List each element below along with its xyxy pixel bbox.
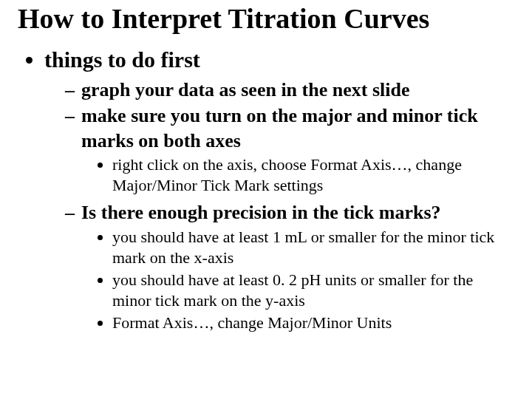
list-item: Is there enough precision in the tick ma… bbox=[65, 200, 514, 333]
level1-text: things to do first bbox=[44, 47, 200, 72]
level3-text: right click on the axis, choose Format A… bbox=[112, 155, 462, 194]
level2-text: Is there enough precision in the tick ma… bbox=[81, 202, 441, 223]
level3-text: Format Axis…, change Major/Minor Units bbox=[112, 313, 392, 332]
slide-title: How to Interpret Titration Curves bbox=[18, 3, 514, 35]
list-item: you should have at least 1 mL or smaller… bbox=[112, 227, 514, 268]
level2-text: graph your data as seen in the next slid… bbox=[81, 79, 409, 100]
bullet-list-level3: right click on the axis, choose Format A… bbox=[81, 154, 514, 196]
list-item: right click on the axis, choose Format A… bbox=[112, 154, 514, 196]
level3-text: you should have at least 1 mL or smaller… bbox=[112, 228, 494, 267]
list-item: graph your data as seen in the next slid… bbox=[65, 78, 514, 102]
list-item: Format Axis…, change Major/Minor Units bbox=[112, 313, 514, 333]
bullet-list-level2: graph your data as seen in the next slid… bbox=[44, 78, 514, 333]
list-item: make sure you turn on the major and mino… bbox=[65, 103, 514, 196]
level3-text: you should have at least 0. 2 pH units o… bbox=[112, 270, 473, 310]
level2-text: make sure you turn on the major and mino… bbox=[81, 105, 478, 151]
list-item: you should have at least 0. 2 pH units o… bbox=[112, 270, 514, 311]
slide: How to Interpret Titration Curves things… bbox=[0, 0, 532, 399]
bullet-list-level1: things to do first graph your data as se… bbox=[18, 46, 514, 334]
list-item: things to do first graph your data as se… bbox=[44, 46, 514, 334]
bullet-list-level3: you should have at least 1 mL or smaller… bbox=[81, 227, 514, 334]
